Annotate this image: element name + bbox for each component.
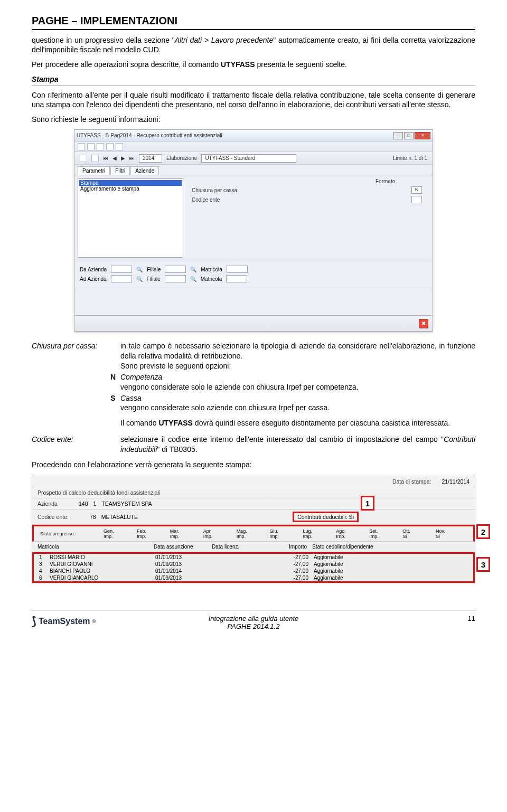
month-head: Mar. — [169, 528, 202, 534]
close-button[interactable]: ✕ — [415, 132, 430, 139]
year-field[interactable]: 2014 — [139, 154, 162, 163]
col-head: Matricola — [37, 544, 154, 550]
elab-field[interactable]: UTYFASS - Standard — [201, 154, 296, 163]
toolbar-icon[interactable] — [97, 143, 104, 150]
cell: 01/01/2014 — [155, 568, 213, 574]
month-head: Gen. — [102, 528, 136, 534]
codice-ente-label: Codice ente: — [37, 514, 69, 520]
app-footer: ✖ — [74, 315, 433, 331]
option-desc: vengono considerate solo aziende con chi… — [120, 403, 330, 412]
toolbar-main: ⏮ ◀ ▶ ⏭ 2014 Elaborazione UTYFASS - Stan… — [74, 152, 433, 165]
ad-azienda-label: Ad Azienda — [80, 276, 107, 282]
toolbar-icon[interactable] — [106, 143, 114, 150]
month-head: Nov. — [435, 528, 468, 534]
maximize-button[interactable]: □ — [404, 132, 414, 139]
filiale-input[interactable] — [165, 275, 186, 282]
detail-row: 6 VERDI GIANCARLO 01/09/2013 -27,00 Aggi… — [34, 574, 473, 581]
page-footer: ⟆ TeamSystem® Integrazione alla guida ut… — [32, 610, 475, 630]
search-icon[interactable]: 🔍 — [136, 267, 143, 272]
lower-filters: Da Azienda 🔍 Filiale 🔍 Matricola Ad Azie… — [74, 261, 433, 289]
search-icon[interactable]: 🔍 — [190, 267, 196, 272]
toolbar-icon[interactable] — [78, 143, 85, 150]
chiusura-input[interactable]: N — [411, 186, 422, 194]
cell: 01/01/2013 — [155, 554, 213, 560]
azienda-name: TEAMSYSTEM SPA — [101, 501, 152, 507]
open-icon[interactable] — [80, 155, 87, 162]
text: presenta le seguenti scelte. — [255, 60, 347, 69]
nav-prev-icon[interactable]: ◀ — [112, 155, 117, 161]
chiusura-label: Chiusura per cassa — [192, 187, 255, 193]
stato-pregresso-label: Stato pregresso: — [39, 531, 102, 536]
codice-ente-input[interactable] — [411, 196, 422, 203]
tab-aziende[interactable]: Aziende — [130, 166, 159, 175]
matricola-input[interactable] — [227, 266, 248, 273]
section-paragraph-1: Con riferimento all'ente per il quale ri… — [32, 90, 475, 109]
codice-ente-value: 78 — [90, 514, 96, 520]
rule — [32, 29, 475, 30]
toolbar-small — [74, 141, 433, 152]
month-head: Set. — [368, 528, 401, 534]
search-icon[interactable]: 🔍 — [136, 276, 143, 282]
footer-close-button[interactable]: ✖ — [419, 319, 428, 328]
text: selezionare il codice ente interno dell'… — [120, 435, 444, 443]
cell: BIANCHI PAOLO — [50, 568, 155, 574]
azienda-n2: 1 — [93, 501, 96, 507]
registered-icon: ® — [92, 619, 96, 624]
filiale-label: Filiale — [147, 267, 161, 272]
list-item[interactable]: Aggiornamento e stampa — [79, 186, 182, 192]
list-item-selected[interactable]: Stampa — [79, 180, 182, 186]
month-head: Giu. — [269, 528, 302, 534]
option-desc: vengono considerate solo le aziende con … — [120, 383, 359, 391]
date-value: 21/11/2014 — [442, 478, 470, 485]
nav-next-icon[interactable]: ▶ — [121, 155, 125, 161]
stato-pregresso-row: Stato pregresso: Gen. Feb. Mar. Apr. Mag… — [32, 525, 475, 542]
option-listbox[interactable]: Stampa Aggiornamento e stampa — [78, 178, 183, 258]
nav-first-icon[interactable]: ⏮ — [103, 155, 108, 161]
month-state: Imp. — [136, 534, 169, 539]
report-preview: Data di stampa: 21/11/2014 Prospetto di … — [32, 476, 475, 583]
matricola-label: Matricola — [201, 267, 222, 272]
col-head: Stato cedolino/dipendente — [307, 544, 470, 550]
month-head: Apr. — [202, 528, 236, 534]
save-icon[interactable] — [91, 155, 99, 162]
search-icon[interactable]: 🔍 — [190, 276, 196, 282]
cell: Aggiornabile — [308, 575, 468, 581]
brand-logo: ⟆ TeamSystem® — [32, 615, 209, 628]
app-body: Stampa Aggiornamento e stampa Formato Ch… — [74, 175, 433, 261]
toolbar-icon[interactable] — [116, 143, 123, 150]
toolbar-icon[interactable] — [87, 143, 95, 150]
text: Per procedere alle operazioni sopra desc… — [32, 60, 221, 69]
filiale-input[interactable] — [165, 266, 186, 273]
option-code-n: N — [106, 372, 120, 392]
cell: 01/09/2013 — [155, 561, 213, 567]
month-state: Si — [401, 534, 435, 539]
callout-3: 3 — [476, 557, 490, 572]
cell: 1 — [39, 554, 50, 560]
spacer — [74, 289, 433, 315]
window-titlebar: UTYFASS - B-Pag2014 - Recupero contribut… — [74, 130, 433, 141]
month-head: Ago. — [335, 528, 368, 534]
cell: 4 — [39, 568, 50, 574]
tab-filtri[interactable]: Filtri — [110, 166, 130, 175]
elab-label: Elaborazione — [166, 155, 197, 161]
tab-parametri[interactable]: Parametri — [78, 166, 110, 175]
month-state: Imp. — [202, 534, 236, 539]
text: questione in un progressivo della sezion… — [32, 36, 175, 44]
da-azienda-input[interactable] — [111, 266, 132, 273]
cell: -27,00 — [266, 554, 308, 560]
detail-header: Matricola Data assunzione Data licenz. I… — [32, 542, 475, 552]
intro-paragraph-1: questione in un progressivo della sezion… — [32, 35, 475, 54]
minimize-button[interactable]: — — [393, 132, 403, 139]
pre-report-text: Procedendo con l'elaborazione verrà gene… — [32, 460, 475, 469]
text: in tale campo è necessario selezionare l… — [120, 342, 475, 360]
footer-line1: Integrazione alla guida utente — [209, 615, 299, 622]
matricola-input[interactable] — [226, 275, 247, 282]
nav-last-icon[interactable]: ⏭ — [129, 155, 135, 161]
cell: Aggiornabile — [308, 554, 468, 560]
month-state: Imp. — [169, 534, 202, 539]
month-state: Imp. — [102, 534, 136, 539]
text: dovrà quindi essere eseguito distintamen… — [193, 419, 450, 427]
ad-azienda-input[interactable] — [111, 275, 132, 282]
app-window: UTYFASS - B-Pag2014 - Recupero contribut… — [74, 129, 433, 332]
codice-ente-name: METASALUTE — [101, 514, 138, 520]
